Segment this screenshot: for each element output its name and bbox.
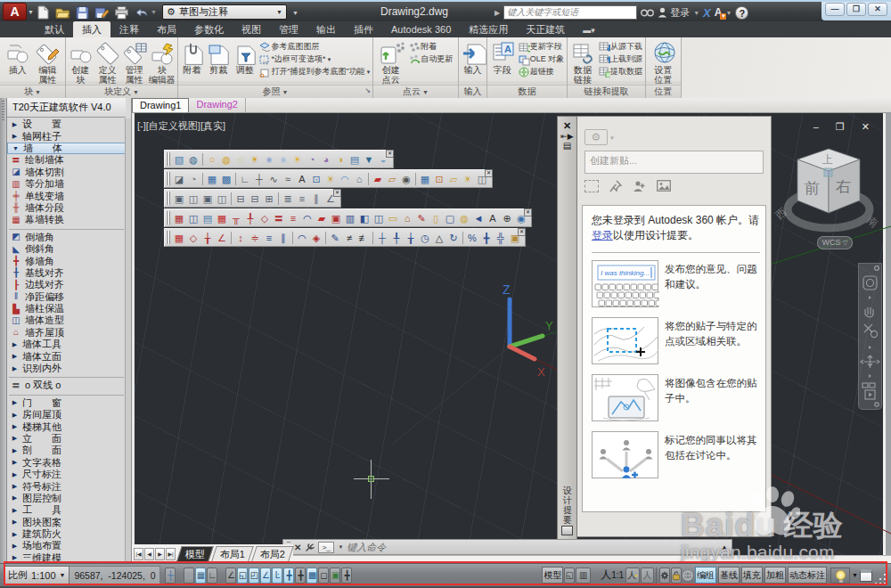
panel-title-参照[interactable]: 参照 ▼↘ — [178, 85, 372, 98]
ribbon-button-数据链接[interactable]: 数据 链接 — [570, 39, 595, 85]
d-cross-icon[interactable]: ╬ — [494, 231, 508, 245]
d-dim-b-icon[interactable]: ╀ — [389, 231, 404, 245]
layout-tab-布局1[interactable]: 布局1 — [211, 546, 254, 561]
motion-up-icon[interactable]: ≈ — [281, 172, 295, 186]
sidebar-item-门窗[interactable]: ▶门 窗 — [7, 397, 126, 409]
ribbon-button-调整[interactable]: 调整 — [233, 39, 257, 75]
t-block-red-icon[interactable]: ▣ — [329, 211, 343, 225]
recent-commands-icon[interactable]: >_ — [318, 542, 334, 553]
group-a-icon[interactable]: ▣ — [172, 192, 186, 206]
qat-menu-arrow-icon[interactable]: ▼ — [292, 10, 298, 16]
toolbar-close-icon[interactable]: ✕ — [333, 189, 341, 197]
layout-nav-button[interactable]: ◀ — [144, 548, 154, 560]
render-preset-icon[interactable]: ◪ — [172, 172, 186, 186]
toolbar-close-icon[interactable]: ✕ — [386, 150, 394, 158]
t-node-icon[interactable]: ◇ — [257, 211, 272, 225]
panel-title-数据[interactable]: 数据 — [487, 85, 567, 98]
toolbar-grip[interactable] — [166, 192, 170, 205]
sidebar-item-幕墙转换[interactable]: ▦幕墙转换 — [7, 214, 126, 225]
d-pen-a-icon[interactable]: ✎ — [328, 231, 342, 245]
d-move-icon[interactable]: ╋ — [479, 231, 494, 245]
d-angle-icon[interactable]: ∠ — [215, 231, 229, 245]
t-columns-icon[interactable]: ╥ — [229, 211, 243, 225]
sun-status-icon[interactable]: ☀ — [290, 152, 305, 167]
t-wall-edit-icon[interactable]: ◫ — [186, 211, 200, 225]
d-nodes-icon[interactable]: ◇ — [186, 231, 200, 245]
sidebar-item-墙体分段[interactable]: ╫墙体分段 — [7, 202, 126, 214]
sidebar-item-修墙角[interactable]: ╋修墙角 — [7, 255, 126, 266]
d-updown-icon[interactable]: ↕ — [233, 231, 248, 245]
toolbar-grip[interactable] — [166, 211, 170, 225]
marquee-icon[interactable] — [584, 180, 599, 192]
ribbon-button-OLE 对象[interactable]: OLE 对象 — [518, 53, 565, 65]
drawing-window-buttons[interactable]: – ❐ ✕ — [813, 121, 877, 133]
ribbon-button-块编辑器[interactable]: 块 编辑器 — [149, 39, 176, 85]
ribbon-tab-默认[interactable]: 默认 — [36, 21, 73, 37]
ribbon-button-边框可变选项[interactable]: (x)*边框可变选项*▼ — [258, 53, 371, 65]
t-axis-icon[interactable]: ╀ — [243, 211, 257, 225]
t-text-a-icon[interactable]: A — [486, 211, 500, 225]
walk-cursor-icon[interactable]: ∟ — [238, 172, 252, 186]
layer-down-icon[interactable]: ▼ — [362, 152, 376, 167]
save-icon[interactable] — [75, 5, 90, 20]
search-input[interactable] — [503, 5, 637, 20]
d-split-icon[interactable]: ≑ — [248, 231, 262, 245]
t-table-blue-icon[interactable]: ▥ — [343, 211, 357, 225]
add-person-icon[interactable] — [633, 180, 646, 192]
list-dots-icon[interactable]: ≡ — [295, 192, 309, 206]
ribbon-button-更新字段[interactable]: 更新字段 — [518, 41, 565, 53]
geo-marker-icon[interactable]: ◕ — [319, 152, 333, 167]
t-grid-icon[interactable]: ▦ — [172, 211, 186, 225]
d-scope-icon[interactable]: △ — [432, 231, 446, 245]
t-arc-icon[interactable]: ◠ — [300, 211, 315, 225]
command-history-icon[interactable]: ▲ — [721, 543, 728, 551]
steering-wheel-icon[interactable] — [863, 276, 877, 290]
d-pen-c-icon[interactable]: ≢ — [356, 231, 371, 245]
toolbar-render-light[interactable]: ▧◍○◍◌☀∗∗☀◔◕◑▤▼◒✕ — [164, 150, 394, 168]
ribbon-button-上载到源[interactable]: 上载到源 — [598, 53, 642, 65]
ribbon-tab-天正建筑[interactable]: 天正建筑 — [517, 21, 574, 37]
t-wall-a-icon[interactable]: 〓 — [272, 211, 286, 225]
sidebar-item-图块图案[interactable]: ▶图块图案 — [7, 517, 126, 528]
ungroup-b-icon[interactable]: ⊟ — [248, 192, 262, 206]
orbit-icon[interactable] — [861, 355, 879, 368]
layer-stack-icon[interactable]: ▤ — [347, 152, 362, 167]
ribbon-button-附着[interactable]: 附着 — [180, 39, 205, 75]
sidebar-item-工具[interactable]: ▶工 具 — [7, 504, 126, 516]
sidebar-item-墙柱保温[interactable]: ▙墙柱保温 — [7, 303, 126, 314]
viewcube[interactable]: 西 南 上 前 右 — [771, 133, 887, 249]
ribbon-button-插入[interactable]: 插入 — [5, 39, 30, 75]
sidebar-item-图层控制[interactable]: ▶图层控制 — [7, 493, 126, 504]
house-render-icon[interactable]: ⌂ — [352, 172, 366, 186]
new-icon[interactable] — [36, 5, 51, 20]
group-c-icon[interactable]: ▣ — [200, 192, 215, 206]
pan-hand-icon[interactable] — [865, 307, 873, 317]
layout-tab-布局2[interactable]: 布局2 — [251, 546, 294, 561]
command-customize-icon[interactable] — [305, 543, 315, 552]
ribbon-tab-输出[interactable]: 输出 — [307, 21, 345, 37]
autodesk-exchange-icon[interactable]: X — [703, 6, 711, 20]
sidebar-item-尺寸标注[interactable]: ▶尺寸标注 — [7, 469, 126, 480]
print-icon[interactable] — [114, 5, 129, 20]
panel-title-输入[interactable]: 输入 — [459, 85, 486, 98]
layout-nav-button[interactable]: ▶ — [155, 548, 165, 560]
toolbar-close-icon[interactable]: ✕ — [524, 208, 532, 216]
sky-dome-icon[interactable]: ◠ — [338, 172, 352, 186]
sidebar-item-房间屋顶[interactable]: ▶房间屋顶 — [7, 409, 126, 421]
target-light-icon[interactable]: ☀ — [248, 152, 262, 167]
pin-icon[interactable] — [609, 180, 622, 192]
snowflake-a-icon[interactable]: ∗ — [262, 152, 276, 167]
ribbon-button-剪裁[interactable]: 剪裁 — [206, 39, 231, 75]
ribbon-button-参考底图图层[interactable]: 参考底图图层 — [258, 41, 371, 53]
render-preview-icon[interactable]: ◔ — [186, 172, 200, 186]
sidebar-item-剖面[interactable]: ▶剖 面 — [7, 445, 126, 456]
ungroup-a-icon[interactable]: ⊟ — [233, 192, 248, 206]
ribbon-button-定义属性[interactable]: 定义 属性 — [94, 39, 119, 85]
save-as-icon[interactable] — [94, 5, 110, 20]
panel-title-链接和提取[interactable]: 链接和提取 — [568, 85, 645, 98]
sidebar-item-楼梯其他[interactable]: ▶楼梯其他 — [7, 421, 126, 432]
ribbon-button-从源下载[interactable]: 从源下载 — [598, 41, 642, 53]
render-sun-icon[interactable]: ☀ — [461, 172, 475, 186]
material-editor-icon[interactable]: ▩ — [219, 172, 233, 186]
shade-sphere-icon[interactable]: ◍ — [186, 152, 200, 167]
